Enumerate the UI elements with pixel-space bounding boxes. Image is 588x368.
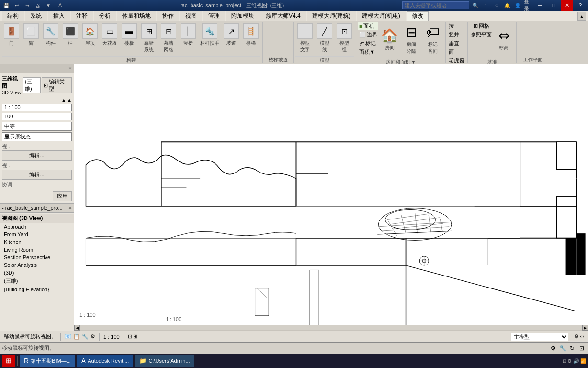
tool-model-text[interactable]: T 模型文字 xyxy=(295,22,315,55)
tab-hezuo[interactable]: 协作 xyxy=(157,11,179,21)
apply-btn[interactable]: 应用 xyxy=(53,191,72,201)
bottom-icon-4[interactable]: ⊡ xyxy=(577,344,586,353)
model-dropdown[interactable]: 主模型 xyxy=(511,333,568,341)
tree-item-sectionperspective[interactable]: Section Perspective xyxy=(0,253,74,261)
tool-column[interactable]: ⬛ 柱 xyxy=(61,22,80,48)
tool-window[interactable]: ⬜ 窗 xyxy=(22,22,41,48)
prop-scroll-up[interactable]: ▲ xyxy=(61,97,66,103)
help-btn[interactable]: ? xyxy=(575,0,586,11)
login-btn[interactable]: 登录 xyxy=(524,1,532,10)
prop-scale-value[interactable]: 1 : 100 xyxy=(2,104,72,111)
tool-by-face[interactable]: 按 xyxy=(448,22,465,30)
tool-door[interactable]: 🚪 门 xyxy=(2,22,21,48)
tool-face[interactable]: 面 xyxy=(448,48,465,56)
prop-vis-btn[interactable]: 编辑... xyxy=(2,150,72,161)
ribbon-collapse-btn[interactable]: ▲ xyxy=(577,12,586,21)
tool-area-filled[interactable]: ■ 面积 xyxy=(358,22,378,30)
taskbar-revit-btn[interactable]: R 第十五期BIM—... xyxy=(20,355,75,367)
tab-jianzhu[interactable]: 建模大师(建筑) xyxy=(307,11,356,21)
tool-floor[interactable]: ▬ 楼板 xyxy=(120,22,139,48)
tool-mullion[interactable]: │ 竖梃 xyxy=(179,22,198,48)
info-btn[interactable]: ℹ xyxy=(482,1,490,10)
tab-jiegou[interactable]: 结构 xyxy=(2,11,24,21)
quick-access-redo[interactable]: ↪ xyxy=(23,1,32,10)
tool-shaft[interactable]: 竖井 xyxy=(448,31,465,39)
bottom-icon-3[interactable]: ↻ xyxy=(568,344,577,353)
tool-room-sep[interactable]: ⊟ 房间分隔 xyxy=(401,22,422,57)
taskbar-explorer-btn[interactable]: 📁 C:\Users\Admin... xyxy=(135,355,194,367)
minimize-btn[interactable]: ─ xyxy=(534,0,546,11)
tab-zhushi[interactable]: 注释 xyxy=(71,11,93,21)
close-btn[interactable]: ✕ xyxy=(561,0,573,11)
tree-item-3d[interactable]: (3D) xyxy=(0,269,74,276)
status-settings-icon[interactable]: ⚙ xyxy=(574,334,579,340)
tool-dormer[interactable]: 老虎窗 xyxy=(448,57,465,65)
prop-detail-level[interactable]: 中等 xyxy=(2,122,72,131)
bottom-icon-1[interactable]: ⚙ xyxy=(549,344,557,353)
search-input[interactable] xyxy=(402,1,469,9)
tree-item-buildingelev[interactable]: {Building Elevation} xyxy=(0,286,74,293)
quick-access-print[interactable]: 🖨 xyxy=(34,1,42,10)
prop-graphic-btn[interactable]: 编辑... xyxy=(2,170,72,180)
prop-display-state[interactable]: 显示原状态 xyxy=(2,132,72,141)
tool-ceiling[interactable]: ▭ 天花板 xyxy=(100,22,119,48)
tool-model-group[interactable]: ⊡ 模型组 xyxy=(335,22,354,55)
bottom-icon-2[interactable]: 🔧 xyxy=(558,344,567,353)
tab-shitu[interactable]: 视图 xyxy=(180,11,202,21)
tool-area-tag[interactable]: 🏷 标记 xyxy=(358,39,378,47)
tree-category-3dview[interactable]: 视图图 (3D View) xyxy=(0,214,74,223)
tab-guanli[interactable]: 管理 xyxy=(203,11,225,21)
tool-ref-plane[interactable]: 参照平面 xyxy=(470,31,493,39)
tool-level[interactable]: ⇔ 标高 xyxy=(493,22,514,57)
hscroll-track[interactable] xyxy=(80,325,582,330)
tool-roof[interactable]: 🏠 屋顶 xyxy=(80,22,100,48)
tool-curtain-grid[interactable]: ⊟ 幕墙网格 xyxy=(159,22,178,55)
tab-xiugai[interactable]: 修改 xyxy=(407,11,429,21)
tool-area-boundary[interactable]: ⬜ 边界 xyxy=(358,31,378,39)
bell-btn[interactable]: 🔔 xyxy=(503,1,511,10)
tree-item-3dcn[interactable]: (三维) xyxy=(0,276,74,286)
taskbar-autodesk-btn[interactable]: A Autodesk Revit ... xyxy=(77,355,134,367)
tool-room[interactable]: 🏠 房间 xyxy=(379,22,400,57)
panel-close-btn[interactable]: × xyxy=(68,65,72,72)
tool-curtain-sys[interactable]: ⊞ 幕墙系统 xyxy=(139,22,158,55)
tab-jidian[interactable]: 建模大师(机电) xyxy=(357,11,406,21)
tree-item-solaranalysis[interactable]: Solar Analysis xyxy=(0,261,74,269)
tool-ramp[interactable]: ↗ 坡道 xyxy=(222,22,241,48)
quick-access-more[interactable]: ▼ xyxy=(44,1,53,10)
tool-model-line[interactable]: ╱ 模型线 xyxy=(315,22,334,55)
quick-access-undo[interactable]: ↩ xyxy=(12,1,21,10)
star-btn[interactable]: ☆ xyxy=(492,1,501,10)
search-btn[interactable]: 🔍 xyxy=(471,1,480,10)
tab-tianliang[interactable]: 体量和场地 xyxy=(117,11,156,21)
tool-area-dropdown[interactable]: 面积▼ xyxy=(358,48,378,56)
tool-grid[interactable]: ⊞ 网格 xyxy=(473,22,490,30)
maximize-btn[interactable]: □ xyxy=(548,0,559,11)
tab-fujia[interactable]: 附加模块 xyxy=(226,11,260,21)
view-dropdown[interactable]: (三维) xyxy=(23,77,41,93)
prop-scale-num[interactable]: 100 xyxy=(2,113,72,120)
start-btn[interactable]: ⊞ xyxy=(2,355,15,367)
hscroll-left[interactable]: ◀ xyxy=(74,325,80,331)
quick-access-save[interactable]: 💾 xyxy=(2,1,11,10)
tool-vertical[interactable]: 垂直 xyxy=(448,39,465,47)
status-arrows-icon[interactable]: ⇔ xyxy=(580,334,584,340)
tool-railing[interactable]: 🔩 栏杆扶手 xyxy=(198,22,221,48)
tree-close-btn[interactable]: × xyxy=(68,205,72,211)
tab-xitong[interactable]: 系统 xyxy=(25,11,47,21)
tool-stairs[interactable]: 🪜 楼梯 xyxy=(241,22,260,48)
canvas-area[interactable]: 1 : 100 1 : 100 xyxy=(74,64,588,325)
edit-type-btn[interactable]: ⊡ 编辑类型 xyxy=(42,77,72,93)
tab-charu[interactable]: 插入 xyxy=(48,11,70,21)
tool-tag-room[interactable]: 🏷 标记房间 xyxy=(422,22,443,57)
tree-item-fromyard[interactable]: From Yard xyxy=(0,230,74,238)
tool-component[interactable]: 🔧 构件 xyxy=(41,22,60,48)
user-btn[interactable]: 👤 xyxy=(513,1,522,10)
tree-item-approach[interactable]: Approach xyxy=(0,223,74,230)
tab-zuku[interactable]: 族库大师V4.4 xyxy=(260,11,306,21)
hscroll-right[interactable]: ▶ xyxy=(582,325,588,331)
tree-item-livingroom[interactable]: Living Room xyxy=(0,246,74,253)
tree-item-kitchen[interactable]: Kitchen xyxy=(0,238,74,246)
prop-scroll-down[interactable]: ▲ xyxy=(67,97,72,103)
tab-fenxi[interactable]: 分析 xyxy=(94,11,116,21)
